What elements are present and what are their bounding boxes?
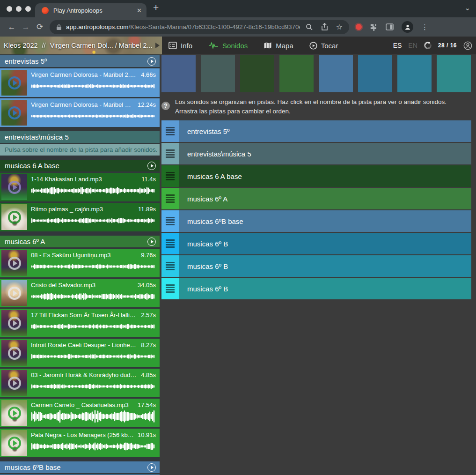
drag-handle-icon[interactable]: [161, 143, 179, 164]
audio-clip[interactable]: Cristo del Salvador.mp334.05s: [0, 279, 160, 307]
section-header[interactable]: musicas 6º A: [0, 236, 160, 247]
audio-clip[interactable]: 03 - Jaromír Horák & Konrádyho dudácká .…: [0, 369, 160, 397]
track-name[interactable]: musicas 6º B: [179, 255, 471, 277]
audio-clip[interactable]: 17 Till Flickan Som Är Tusen År-Halling …: [0, 309, 160, 337]
track-row[interactable]: musicas 6º A: [161, 188, 471, 209]
track-row[interactable]: musicas 6 A base: [161, 165, 471, 187]
clip-name: Pata Negra - Los Managers (256 kbps).mp3: [31, 431, 134, 438]
lang-es-button[interactable]: ES: [393, 42, 402, 49]
section-header[interactable]: musicas 6 A base: [0, 160, 160, 171]
section-play-button[interactable]: [147, 57, 156, 66]
side-panel-icon[interactable]: [386, 23, 394, 30]
track-row[interactable]: musicas 6ºB base: [161, 210, 471, 232]
track-name[interactable]: musicas 6º B: [179, 278, 471, 299]
track-name[interactable]: entrevistas 5º: [179, 120, 471, 142]
section-header[interactable]: entrevistas\música 5: [0, 131, 160, 143]
clip-waveform[interactable]: [31, 320, 156, 333]
window-close-button[interactable]: [7, 6, 12, 12]
clip-waveform[interactable]: [31, 260, 156, 273]
tab-tocar[interactable]: Tocar: [309, 42, 338, 50]
clip-waveform[interactable]: [31, 380, 156, 393]
clip-play-icon[interactable]: [8, 347, 21, 360]
audio-clip[interactable]: Virgen Carmen Dolorosa - Maribel 2.mp34.…: [0, 68, 160, 97]
track-row[interactable]: musicas 6º B: [161, 233, 471, 254]
clip-play-icon[interactable]: [8, 407, 21, 420]
extensions-puzzle-icon[interactable]: [370, 23, 378, 31]
back-icon[interactable]: ←: [5, 22, 19, 32]
track-name[interactable]: musicas 6º B: [179, 233, 471, 254]
audio-clip[interactable]: 08 - Es Sakūru Uguntiņu.mp39.76s: [0, 249, 160, 277]
audio-clip[interactable]: 1-14 Khakasian Land.mp311.4s: [0, 173, 160, 201]
window-zoom-button[interactable]: [25, 6, 31, 12]
zoom-page-icon[interactable]: [306, 23, 313, 31]
track-row[interactable]: musicas 6º B: [161, 255, 471, 277]
section-header[interactable]: musicas 6ºB base: [0, 461, 160, 473]
clip-play-icon[interactable]: [8, 76, 21, 89]
url-input[interactable]: app.antropoloops.com/Kleos-Santa-Marina/…: [50, 20, 349, 34]
audio-clip[interactable]: Pata Negra - Los Managers (256 kbps).mp3…: [0, 429, 160, 457]
clip-waveform[interactable]: [31, 185, 156, 197]
audio-clip[interactable]: Virgen Carmen Dolorosa - Maribel 2.mp312…: [0, 98, 160, 127]
tab-mapa[interactable]: Mapa: [264, 42, 293, 50]
share-icon[interactable]: [321, 23, 328, 31]
clip-waveform[interactable]: [31, 80, 156, 92]
drag-handle-icon[interactable]: [161, 188, 179, 209]
track-name[interactable]: entrevistas\música 5: [179, 143, 471, 164]
clip-play-icon[interactable]: [8, 317, 21, 330]
clip-waveform[interactable]: [31, 410, 156, 423]
tab-sonidos[interactable]: Sonidos: [208, 42, 248, 50]
profile-avatar[interactable]: [402, 21, 413, 33]
track-name[interactable]: musicas 6ºB base: [179, 210, 471, 232]
lang-en-button[interactable]: EN: [408, 42, 417, 49]
browser-tab[interactable]: Play Antropoloops ✕: [35, 3, 146, 17]
track-row[interactable]: entrevistas\música 5: [161, 143, 471, 164]
track-row[interactable]: musicas 6º B: [161, 278, 471, 299]
drag-handle-icon[interactable]: [161, 120, 179, 142]
audio-clip[interactable]: Introit Rorate Caeli Desuper - Lionheart…: [0, 339, 160, 367]
app-header: Kleos 2022 // Virgen Carmen Dol... / Mar…: [0, 37, 476, 54]
clip-play-icon[interactable]: [8, 437, 21, 450]
clip-play-icon[interactable]: [8, 181, 21, 194]
clip-waveform[interactable]: [31, 290, 156, 303]
clip-waveform[interactable]: [31, 215, 156, 227]
tab-close-icon[interactable]: ✕: [137, 7, 142, 14]
drag-handle-icon[interactable]: [161, 255, 179, 277]
section-play-button[interactable]: [147, 162, 156, 170]
account-icon[interactable]: [463, 41, 472, 50]
clip-waveform[interactable]: [31, 350, 156, 363]
clip-name: Virgen Carmen Dolorosa - Maribel 2.mp3: [31, 71, 137, 78]
breadcrumb-project[interactable]: Kleos 2022: [4, 42, 38, 49]
clip-play-icon[interactable]: [8, 106, 21, 119]
track-name[interactable]: musicas 6 A base: [179, 165, 471, 187]
forward-icon[interactable]: →: [19, 22, 33, 32]
clip-waveform[interactable]: [31, 110, 156, 122]
track-section: musicas 6ºB baseBASE Pata Negra - Los Ma…: [0, 461, 160, 475]
clip-play-icon[interactable]: [8, 287, 21, 300]
record-extension-icon[interactable]: [356, 24, 362, 30]
clip-play-icon[interactable]: [8, 257, 21, 270]
drag-handle-icon[interactable]: [161, 278, 179, 299]
clip-duration: 11.4s: [141, 176, 156, 183]
reload-icon[interactable]: ⟳: [33, 22, 47, 32]
clip-head: 08 - Es Sakūru Uguntiņu.mp39.76s: [31, 252, 156, 259]
drag-handle-icon[interactable]: [161, 233, 179, 254]
section-header[interactable]: entrevistas 5º: [0, 55, 160, 67]
drag-handle-icon[interactable]: [161, 210, 179, 232]
clip-waveform[interactable]: [31, 440, 156, 453]
clip-play-icon[interactable]: [8, 211, 21, 224]
clip-play-icon[interactable]: [8, 377, 21, 390]
track-name[interactable]: musicas 6º A: [179, 188, 471, 209]
section-play-button[interactable]: [147, 463, 156, 472]
bookmark-star-icon[interactable]: ☆: [336, 23, 343, 31]
audio-clip[interactable]: Carmen Carreto _ Castañuelas.mp317.54s: [0, 399, 160, 427]
tab-info[interactable]: Info: [168, 42, 192, 50]
window-minimize-button[interactable]: [16, 6, 22, 12]
breadcrumb-trail[interactable]: Virgen Carmen Dol... / Maribel 2...: [50, 42, 153, 49]
track-row[interactable]: entrevistas 5º: [161, 120, 471, 142]
section-play-button[interactable]: [147, 238, 156, 246]
new-tab-button[interactable]: +: [153, 2, 159, 13]
tab-search-chevron-icon[interactable]: ⌄: [464, 4, 470, 12]
audio-clip[interactable]: Ritmo palmas _ cajón.mp311.89s: [0, 203, 160, 231]
drag-handle-icon[interactable]: [161, 165, 179, 187]
browser-menu-icon[interactable]: ⋮: [421, 23, 428, 31]
